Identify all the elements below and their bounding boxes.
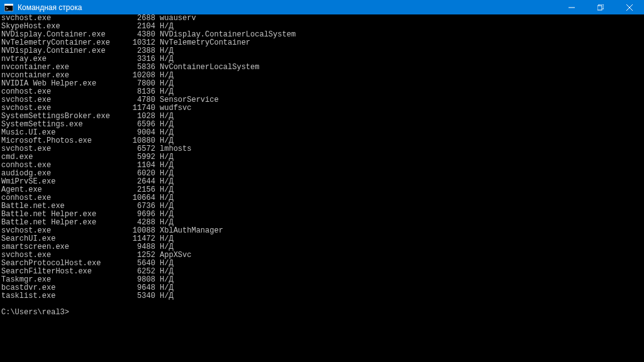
terminal-output[interactable]: svchost.exe 2688 wuauservSkypeHost.exe 2… [0, 14, 644, 362]
window-title: Командная строка [16, 3, 557, 12]
window-controls [557, 0, 644, 14]
minimize-button[interactable] [557, 0, 586, 14]
svg-text:>_: >_ [6, 6, 11, 11]
maximize-button[interactable] [586, 0, 615, 14]
titlebar[interactable]: >_ Командная строка [0, 0, 644, 14]
svg-rect-1 [4, 4, 13, 6]
svg-rect-3 [597, 6, 602, 10]
blank-line [1, 300, 644, 309]
prompt-line[interactable]: C:\Users\real3> [1, 309, 644, 317]
cmd-icon: >_ [4, 3, 14, 13]
process-row: tasklist.exe 5340 Н/Д [1, 292, 644, 300]
close-button[interactable] [615, 0, 644, 14]
